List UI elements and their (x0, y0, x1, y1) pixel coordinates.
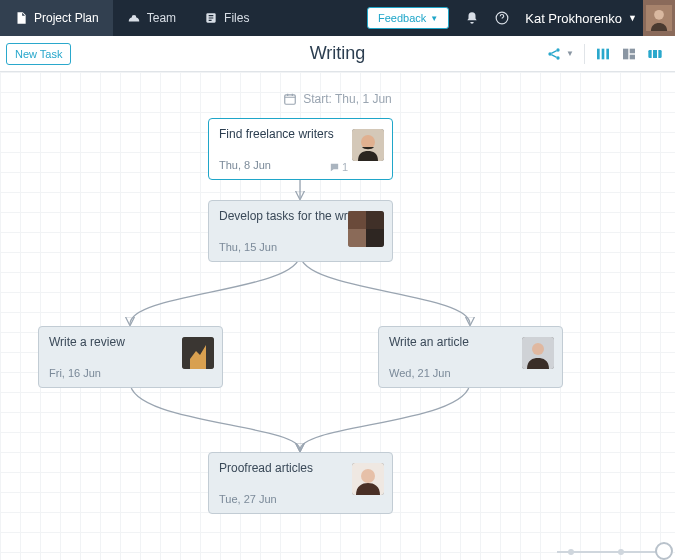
zoom-handle[interactable] (655, 542, 673, 560)
view-columns-button[interactable] (595, 46, 611, 62)
team-icon (127, 11, 141, 25)
project-canvas[interactable]: Start: Thu, 1 Jun Find freelance writers… (0, 72, 675, 560)
new-task-button[interactable]: New Task (6, 43, 71, 65)
avatar-icon (646, 5, 672, 31)
svg-rect-18 (366, 211, 384, 229)
nav-project-plan-label: Project Plan (34, 11, 99, 25)
task-node-find-freelance-writers[interactable]: Find freelance writers Thu, 8 Jun 1 (208, 118, 393, 180)
nav-files[interactable]: Files (190, 0, 263, 36)
caret-down-icon: ▼ (430, 14, 438, 23)
svg-rect-9 (606, 48, 609, 59)
start-date-label: Start: Thu, 1 Jun (0, 92, 675, 106)
assignee-avatar[interactable] (352, 463, 384, 495)
files-icon (204, 11, 218, 25)
assignee-avatar[interactable] (352, 129, 384, 161)
project-plan-icon (14, 11, 28, 25)
svg-rect-12 (630, 54, 635, 59)
svg-rect-8 (602, 48, 605, 59)
top-navbar: Project Plan Team Files Feedback ▼ Kat P… (0, 0, 675, 36)
task-comments[interactable]: 1 (329, 161, 348, 173)
svg-rect-19 (348, 229, 366, 247)
svg-point-16 (361, 135, 375, 149)
columns-icon (595, 46, 611, 62)
feedback-button[interactable]: Feedback ▼ (367, 7, 449, 29)
assignee-avatar[interactable] (182, 337, 214, 369)
bell-icon (465, 11, 479, 25)
assignee-avatars[interactable] (348, 211, 384, 247)
caret-down-icon: ▼ (628, 13, 637, 23)
view-timeline-button[interactable] (647, 46, 663, 62)
user-avatar[interactable] (643, 0, 675, 36)
nav-files-label: Files (224, 11, 249, 25)
svg-rect-13 (648, 50, 661, 58)
svg-rect-11 (630, 48, 635, 53)
svg-rect-20 (366, 229, 384, 247)
notifications-button[interactable] (457, 0, 487, 36)
svg-rect-7 (597, 48, 600, 59)
task-node-write-article[interactable]: Write an article Wed, 21 Jun (378, 326, 563, 388)
view-board-button[interactable] (621, 46, 637, 62)
zoom-slider[interactable] (557, 542, 667, 560)
board-icon (621, 46, 637, 62)
calendar-icon (283, 92, 297, 106)
task-node-develop-tasks[interactable]: Develop tasks for the writers Thu, 15 Ju… (208, 200, 393, 262)
svg-rect-14 (285, 95, 296, 104)
assignee-avatar[interactable] (522, 337, 554, 369)
user-name: Kat Prokhorenko (525, 11, 622, 26)
svg-rect-17 (348, 211, 366, 229)
share-button[interactable]: ▼ (546, 46, 574, 62)
svg-point-3 (654, 10, 664, 20)
user-menu[interactable]: Kat Prokhorenko ▼ (517, 0, 643, 36)
caret-down-icon: ▼ (566, 49, 574, 58)
sub-toolbar: New Task Writing ▼ (0, 36, 675, 72)
task-node-write-review[interactable]: Write a review Fri, 16 Jun (38, 326, 223, 388)
help-button[interactable] (487, 0, 517, 36)
svg-point-25 (361, 469, 375, 483)
feedback-label: Feedback (378, 12, 426, 24)
task-node-proofread[interactable]: Proofread articles Tue, 27 Jun (208, 452, 393, 514)
timeline-icon (647, 46, 663, 62)
svg-rect-10 (623, 48, 628, 59)
nav-project-plan[interactable]: Project Plan (0, 0, 113, 36)
nav-team-label: Team (147, 11, 176, 25)
nav-team[interactable]: Team (113, 0, 190, 36)
share-icon (546, 46, 562, 62)
comment-icon (329, 162, 340, 173)
help-icon (495, 11, 509, 25)
svg-point-23 (532, 343, 544, 355)
